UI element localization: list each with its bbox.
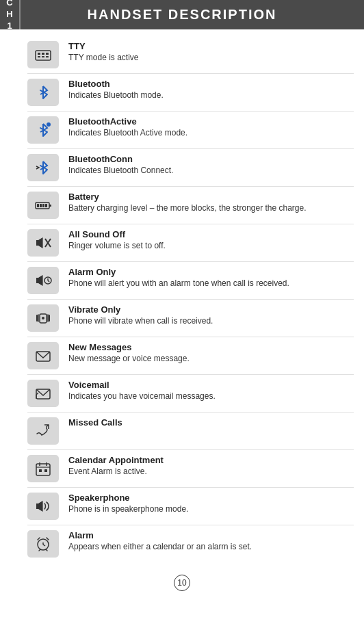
list-item: TTY TTY mode is active (27, 36, 354, 74)
svg-line-46 (46, 549, 47, 551)
sound-off-icon (27, 229, 59, 257)
bluetooth-conn-text: BluetoothConn Indicates Bluetooth Connec… (68, 154, 354, 176)
missed-calls-text: Missed Calls (68, 417, 354, 428)
list-item: BluetoothActive Indicates Bluetooth Acti… (27, 112, 354, 149)
message-icon (27, 342, 59, 369)
bluetooth-active-text: BluetoothActive Indicates Bluetooth Acti… (68, 116, 354, 139)
sound-off-text: All Sound Off Ringer volume is set to of… (68, 229, 354, 252)
svg-rect-1 (38, 53, 40, 55)
calendar-title: Calendar Appointment (68, 455, 354, 465)
calendar-desc: Event Alarm is active. (68, 466, 354, 478)
list-item: All Sound Off Ringer volume is set to of… (27, 224, 354, 262)
bluetooth-icon (27, 79, 59, 106)
tty-title: TTY (68, 41, 354, 51)
voicemail-icon (27, 380, 59, 407)
bluetooth-conn-title: BluetoothConn (68, 154, 354, 164)
battery-text: Battery Battery charging level – the mor… (68, 192, 354, 214)
svg-line-20 (48, 280, 49, 282)
svg-rect-12 (42, 204, 44, 207)
svg-rect-38 (44, 469, 47, 472)
svg-rect-10 (37, 204, 39, 207)
list-item: BluetoothConn Indicates Bluetooth Connec… (27, 149, 354, 187)
bluetooth-active-desc: Indicates Bluetooth Active mode. (68, 127, 354, 139)
speaker-desc: Phone is in speakerphone mode. (68, 503, 354, 515)
list-item: Alarm Appears when either a calendar or … (27, 525, 354, 562)
svg-rect-14 (36, 240, 39, 246)
svg-rect-0 (36, 51, 51, 60)
page-number: 10 (174, 575, 190, 591)
alarm-only-icon (27, 267, 59, 294)
vibrate-icon (27, 304, 59, 332)
speaker-text: Speakerphone Phone is in speakerphone mo… (68, 493, 354, 515)
bluetooth-active-icon (27, 116, 59, 144)
svg-rect-37 (39, 469, 42, 472)
svg-rect-33 (36, 464, 50, 475)
svg-rect-3 (46, 53, 49, 55)
calendar-icon (27, 455, 59, 482)
chapter-label: CH1 (6, 0, 12, 32)
svg-point-26 (42, 317, 44, 319)
vibrate-title: Vibrate Only (68, 304, 354, 315)
calendar-text: Calendar Appointment Event Alarm is acti… (68, 455, 354, 478)
battery-desc: Battery charging level – the more blocks… (68, 202, 354, 214)
message-text: New Messages New message or voice messag… (68, 342, 354, 365)
alarm-icon (27, 530, 59, 558)
sound-off-title: All Sound Off (68, 229, 354, 239)
list-item: Bluetooth Indicates Bluetooth mode. (27, 74, 354, 112)
svg-rect-13 (45, 204, 47, 207)
page-number-area: 10 (0, 569, 364, 598)
svg-rect-6 (46, 56, 49, 57)
missed-calls-icon (27, 417, 59, 445)
list-item: Vibrate Only Phone will vibrate when cal… (27, 300, 354, 337)
message-desc: New message or voice message. (68, 353, 354, 365)
missed-calls-title: Missed Calls (68, 417, 354, 428)
svg-rect-39 (36, 503, 39, 509)
speaker-icon (27, 493, 59, 520)
voicemail-text: Voicemail Indicates you have voicemail m… (68, 380, 354, 402)
svg-line-42 (43, 545, 45, 546)
list-item: Voicemail Indicates you have voicemail m… (27, 375, 354, 413)
page-header: CH1 HANDSET DESCRIPTION (0, 0, 364, 29)
vibrate-desc: Phone will vibrate when call is received… (68, 315, 354, 327)
content-area: TTY TTY mode is active Bluetooth Indicat… (0, 29, 364, 569)
tty-icon (27, 41, 59, 68)
speaker-title: Speakerphone (68, 493, 354, 503)
bluetooth-text: Bluetooth Indicates Bluetooth mode. (68, 79, 354, 101)
svg-rect-17 (36, 278, 39, 283)
svg-point-7 (47, 122, 51, 127)
alarm-only-text: Alarm Only Phone will alert you with an … (68, 267, 354, 289)
list-item: Battery Battery charging level – the mor… (27, 187, 354, 224)
battery-title: Battery (68, 192, 354, 202)
svg-rect-4 (38, 56, 40, 57)
tty-text: TTY TTY mode is active (68, 41, 354, 64)
svg-rect-5 (42, 56, 44, 57)
alarm-desc: Appears when either a calendar or an ala… (68, 541, 354, 553)
bluetooth-title: Bluetooth (68, 79, 354, 89)
voicemail-title: Voicemail (68, 380, 354, 390)
list-item: New Messages New message or voice messag… (27, 337, 354, 375)
vibrate-text: Vibrate Only Phone will vibrate when cal… (68, 304, 354, 327)
svg-line-44 (47, 538, 49, 540)
chapter-tab: CH1 (0, 0, 21, 29)
voicemail-desc: Indicates you have voicemail messages. (68, 391, 354, 402)
svg-line-45 (39, 549, 40, 551)
battery-icon (27, 192, 59, 219)
list-item: Alarm Only Phone will alert you with an … (27, 262, 354, 300)
message-title: New Messages (68, 342, 354, 352)
alarm-only-desc: Phone will alert you with an alarm tone … (68, 278, 354, 289)
bluetooth-conn-icon (27, 154, 59, 181)
svg-rect-9 (49, 205, 51, 207)
alarm-only-title: Alarm Only (68, 267, 354, 277)
bluetooth-active-title: BluetoothActive (68, 116, 354, 127)
list-item: Calendar Appointment Event Alarm is acti… (27, 450, 354, 488)
list-item: Missed Calls (27, 413, 354, 450)
bluetooth-desc: Indicates Bluetooth mode. (68, 90, 354, 101)
svg-rect-11 (40, 204, 42, 207)
page-title: HANDSET DESCRIPTION (88, 7, 277, 22)
alarm-title: Alarm (68, 530, 354, 540)
bluetooth-conn-desc: Indicates Bluetooth Connect. (68, 165, 354, 176)
list-item: Speakerphone Phone is in speakerphone mo… (27, 488, 354, 525)
alarm-text: Alarm Appears when either a calendar or … (68, 530, 354, 553)
sound-off-desc: Ringer volume is set to off. (68, 240, 354, 252)
svg-line-43 (38, 538, 40, 540)
